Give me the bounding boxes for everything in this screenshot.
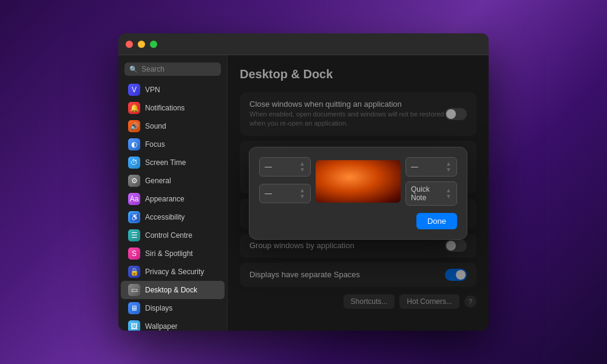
sidebar-item-siri[interactable]: S Siri & Spotlight [121, 244, 225, 263]
sidebar-label-privacy: Privacy & Security [145, 268, 204, 276]
bottom-right-select[interactable]: Quick Note ▲▼ [405, 181, 457, 206]
sidebar-item-privacy[interactable]: 🔒 Privacy & Security [121, 263, 225, 281]
sidebar-label-focus: Focus [145, 140, 165, 149]
main-content: Desktop & Dock Close windows when quitti… [228, 55, 489, 331]
bottom-left-select[interactable]: — ▲▼ [259, 184, 311, 203]
sidebar-label-screen-time: Screen Time [145, 158, 186, 167]
sidebar-item-focus[interactable]: ◐ Focus [121, 135, 225, 153]
wallpaper-thumbnail [316, 160, 401, 203]
screen-time-icon: ⏱ [128, 157, 140, 169]
top-right-arrows: ▲▼ [446, 161, 452, 173]
privacy-icon: 🔒 [128, 266, 140, 278]
sidebar-item-accessibility[interactable]: ♿ Accessibility [121, 208, 225, 226]
top-left-value: — [265, 163, 272, 171]
bottom-left-arrows: ▲▼ [299, 187, 305, 200]
popup-overlay: — ▲▼ — ▲▼ [228, 55, 489, 331]
top-right-select[interactable]: — ▲▼ [405, 157, 457, 177]
system-preferences-window: 🔍 Search V VPN 🔔 Notifications 🔊 Sound ◐… [118, 33, 489, 331]
sidebar-item-vpn[interactable]: V VPN [121, 81, 225, 99]
sidebar-item-sound[interactable]: 🔊 Sound [121, 117, 225, 135]
sidebar-label-general: General [145, 177, 171, 185]
bottom-left-value: — [265, 189, 272, 198]
control-center-icon: ☰ [128, 229, 140, 241]
search-box[interactable]: 🔍 Search [124, 62, 221, 76]
sidebar-label-sound: Sound [145, 122, 166, 130]
minimize-button[interactable] [138, 41, 145, 48]
top-right-value: — [411, 163, 418, 171]
top-left-select[interactable]: — ▲▼ [259, 157, 311, 177]
sidebar-item-control-center[interactable]: ☰ Control Centre [121, 226, 225, 244]
sidebar-item-appearance[interactable]: Aa Appearance [121, 190, 225, 208]
sidebar-item-screen-time[interactable]: ⏱ Screen Time [121, 153, 225, 172]
sidebar-label-appearance: Appearance [145, 195, 185, 203]
popup-bottom: Done [259, 213, 457, 229]
window-body: 🔍 Search V VPN 🔔 Notifications 🔊 Sound ◐… [118, 55, 489, 331]
accessibility-icon: ♿ [128, 211, 140, 223]
thumb-inner [316, 160, 401, 203]
displays-icon: 🖥 [128, 302, 140, 314]
sidebar-item-notifications[interactable]: 🔔 Notifications [121, 99, 225, 117]
sidebar-item-wallpaper[interactable]: 🖼 Wallpaper [121, 317, 225, 331]
sidebar-item-general[interactable]: ⚙ General [121, 172, 225, 190]
sidebar: 🔍 Search V VPN 🔔 Notifications 🔊 Sound ◐… [118, 55, 228, 331]
popup-grid: — ▲▼ — ▲▼ [259, 157, 457, 206]
sidebar-label-displays: Displays [145, 304, 172, 312]
wallpaper-icon: 🖼 [128, 320, 140, 331]
title-bar [118, 33, 489, 55]
top-left-arrows: ▲▼ [299, 161, 305, 173]
appearance-icon: Aa [128, 193, 140, 205]
close-button[interactable] [126, 41, 133, 48]
sound-icon: 🔊 [128, 120, 140, 132]
maximize-button[interactable] [150, 41, 157, 48]
sidebar-label-vpn: VPN [145, 86, 160, 94]
vpn-icon: V [128, 84, 140, 96]
sidebar-label-desktop-dock: Desktop & Dock [145, 286, 197, 294]
sidebar-label-siri: Siri & Spotlight [145, 249, 193, 258]
sidebar-label-control-center: Control Centre [145, 231, 192, 240]
bottom-right-arrows: ▲▼ [446, 187, 452, 200]
desktop-dock-icon: ▭ [128, 284, 140, 296]
focus-icon: ◐ [128, 138, 140, 150]
notifications-icon: 🔔 [128, 102, 140, 114]
traffic-lights [126, 41, 157, 48]
done-button[interactable]: Done [416, 213, 457, 229]
bottom-right-value: Quick Note [411, 185, 446, 202]
search-icon: 🔍 [129, 66, 138, 73]
sidebar-label-notifications: Notifications [145, 104, 185, 112]
search-placeholder: Search [141, 65, 164, 73]
sidebar-item-displays[interactable]: 🖥 Displays [121, 299, 225, 317]
hot-corners-popup: — ▲▼ — ▲▼ [249, 147, 467, 240]
siri-icon: S [128, 248, 140, 260]
sidebar-item-desktop-dock[interactable]: ▭ Desktop & Dock [121, 281, 225, 299]
sidebar-label-accessibility: Accessibility [145, 213, 185, 221]
general-icon: ⚙ [128, 175, 140, 187]
sidebar-label-wallpaper: Wallpaper [145, 322, 178, 331]
